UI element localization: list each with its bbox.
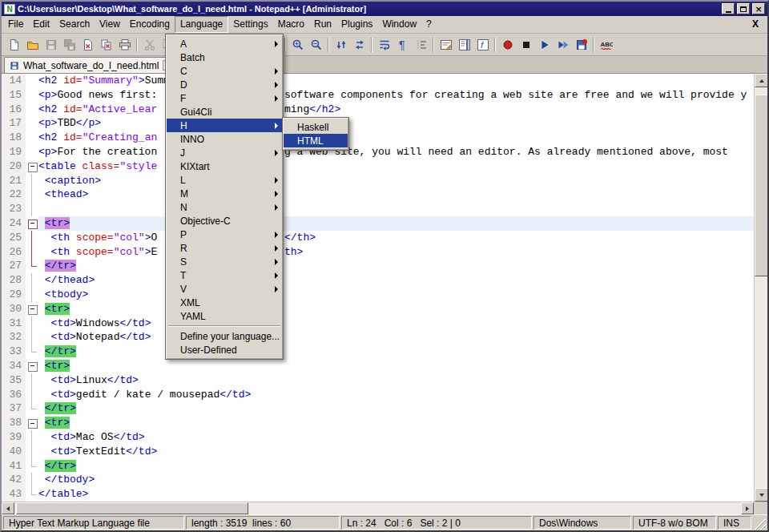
editor-line-30[interactable]: 30 <tr> — [2, 302, 754, 316]
code-text[interactable]: <h2 id="Creating_aniting</h2> — [38, 131, 754, 145]
code-text[interactable]: <td>Notepad</td> — [38, 330, 754, 345]
toolbar-show-indent-guide-button[interactable] — [412, 35, 430, 54]
editor[interactable]: 14<h2 id="Summary">Summary</h2>15<p>Good… — [2, 74, 767, 502]
code-text[interactable]: <p>Good news first: software components … — [38, 88, 754, 103]
editor-line-34[interactable]: 34 <tr> — [2, 359, 754, 373]
status-encoding[interactable]: UTF-8 w/o BOM — [633, 516, 716, 530]
close-button[interactable]: × — [752, 3, 765, 14]
language-submenu-item-haskell[interactable]: Haskell — [284, 120, 348, 134]
editor-line-17[interactable]: 17<p>TBD</p> — [2, 116, 754, 131]
language-menu-item-v[interactable]: V — [167, 282, 282, 296]
editor-line-41[interactable]: 41 </tr> — [2, 459, 754, 474]
code-text[interactable]: <h2 id="Summary">Summary</h2> — [38, 74, 754, 88]
editor-line-19[interactable]: 19<p>For the creationg a web site, you w… — [2, 145, 754, 159]
code-text[interactable]: <tbody> — [38, 288, 754, 302]
language-menu-item-l[interactable]: L — [167, 173, 282, 187]
language-menu-item-define-your-language[interactable]: Define your language... — [167, 329, 282, 343]
code-text[interactable]: </tr> — [38, 345, 754, 359]
language-menu-item-batch[interactable]: Batch — [167, 50, 282, 64]
code-text[interactable]: <p>For the creationg a web site, you wil… — [38, 145, 754, 159]
toolbar-print-button[interactable] — [115, 35, 134, 54]
scroll-left-button[interactable] — [2, 502, 14, 514]
code-text[interactable]: </thead> — [38, 273, 754, 288]
menubar-item-edit[interactable]: Edit — [28, 16, 54, 33]
code-text[interactable]: <tr> — [38, 416, 754, 430]
toolbar-open-file-button[interactable] — [23, 35, 42, 54]
language-menu-item-s[interactable]: S — [167, 255, 282, 268]
menubar-item-language[interactable]: Language — [175, 16, 228, 33]
toolbar-word-wrap-button[interactable] — [375, 35, 393, 54]
editor-line-37[interactable]: 37 </tr> — [2, 401, 754, 416]
editor-line-18[interactable]: 18<h2 id="Creating_aniting</h2> — [2, 131, 754, 145]
horizontal-scroll-thumb[interactable] — [16, 502, 248, 514]
editor-line-26[interactable]: 26 <th scope="col">Eth> — [2, 245, 754, 260]
menubar-item-help[interactable]: ? — [421, 16, 437, 33]
fold-toggle-icon[interactable] — [26, 216, 38, 231]
toolbar-macro-stop-button[interactable] — [517, 35, 535, 54]
menubar-item-file[interactable]: File — [3, 16, 28, 33]
code-text[interactable]: <table class="style — [38, 159, 754, 174]
toolbar-cut-button[interactable] — [140, 35, 159, 54]
editor-line-33[interactable]: 33 </tr> — [2, 345, 754, 359]
toolbar-spell-check-button[interactable]: ABC — [597, 35, 615, 54]
toolbar-save-file-button[interactable] — [42, 35, 60, 54]
toolbar-save-all-button[interactable] — [60, 35, 79, 54]
code-text[interactable]: </tr> — [38, 259, 754, 273]
fold-toggle-icon[interactable] — [26, 159, 38, 174]
code-text[interactable]: </tr> — [38, 459, 754, 474]
editor-line-24[interactable]: 24 <tr> — [2, 216, 754, 231]
language-menu-item-m[interactable]: M — [167, 187, 282, 200]
fold-toggle-icon[interactable] — [26, 416, 38, 430]
app-icon[interactable]: N — [4, 4, 15, 14]
language-menu-item-r[interactable]: R — [167, 241, 282, 255]
toolbar-user-defined-dialog-button[interactable] — [437, 35, 455, 54]
menubar-item-run[interactable]: Run — [309, 16, 336, 33]
editor-line-15[interactable]: 15<p>Good news first: software component… — [2, 88, 754, 103]
code-text[interactable]: <p>TBD</p> — [38, 116, 754, 131]
language-menu-item-f[interactable]: F — [167, 91, 282, 105]
horizontal-scrollbar[interactable] — [2, 502, 767, 514]
fold-toggle-icon[interactable] — [26, 302, 38, 316]
vertical-scrollbar[interactable] — [754, 74, 767, 502]
language-submenu-item-html[interactable]: HTML — [284, 134, 348, 147]
status-doc-type[interactable]: Hyper Text Markup Language file — [3, 516, 184, 530]
language-menu-item-xml[interactable]: XML — [167, 296, 282, 309]
code-text[interactable]: <h2 id="Active_Learming</h2> — [38, 103, 754, 117]
code-text[interactable]: <td>TextEdit</td> — [38, 445, 754, 459]
editor-line-40[interactable]: 40 <td>TextEdit</td> — [2, 445, 754, 459]
language-menu-item-yaml[interactable]: YAML — [167, 309, 282, 323]
menubar-item-view[interactable]: View — [95, 16, 125, 33]
language-menu-item-kixtart[interactable]: KIXtart — [167, 159, 282, 173]
toolbar-show-all-characters-button[interactable]: ¶ — [393, 35, 412, 54]
toolbar-macro-save-button[interactable] — [572, 35, 590, 54]
menubar-item-encoding[interactable]: Encoding — [125, 16, 175, 33]
language-menu-item-j[interactable]: J — [167, 146, 282, 159]
language-menu-item-n[interactable]: N — [167, 200, 282, 214]
editor-line-36[interactable]: 36 <td>gedit / kate / mousepad</td> — [2, 388, 754, 402]
editor-line-35[interactable]: 35 <td>Linux</td> — [2, 373, 754, 388]
code-text[interactable]: </tbody> — [38, 473, 754, 487]
scroll-up-button[interactable] — [755, 74, 767, 87]
menubar-item-window[interactable]: Window — [377, 16, 421, 33]
editor-line-32[interactable]: 32 <td>Notepad</td> — [2, 330, 754, 345]
code-text[interactable]: <tr> — [38, 216, 754, 231]
toolbar-close-all-button[interactable] — [97, 35, 115, 54]
toolbar-sync-horizontal-scrolling-button[interactable] — [350, 35, 368, 54]
language-menu-item-inno[interactable]: INNO — [167, 132, 282, 146]
toolbar-macro-record-button[interactable] — [498, 35, 517, 54]
editor-line-23[interactable]: 23 — [2, 202, 754, 216]
toolbar-document-map-button[interactable] — [455, 35, 473, 54]
scroll-down-button[interactable] — [755, 488, 767, 502]
editor-line-38[interactable]: 38 <tr> — [2, 416, 754, 430]
toolbar-zoom-in-button[interactable] — [288, 35, 307, 54]
code-text[interactable]: <thead> — [38, 187, 754, 202]
fold-toggle-icon[interactable] — [26, 359, 38, 373]
toolbar-zoom-out-button[interactable] — [307, 35, 325, 54]
menubar-item-settings[interactable]: Settings — [228, 16, 272, 33]
code-text[interactable]: </tr> — [38, 401, 754, 416]
editor-line-29[interactable]: 29 <tbody> — [2, 288, 754, 302]
editor-line-14[interactable]: 14<h2 id="Summary">Summary</h2> — [2, 74, 754, 88]
status-insert-mode[interactable]: INS — [718, 516, 751, 530]
language-menu-item-a[interactable]: A — [167, 37, 282, 50]
code-text[interactable]: </table> — [38, 487, 754, 502]
